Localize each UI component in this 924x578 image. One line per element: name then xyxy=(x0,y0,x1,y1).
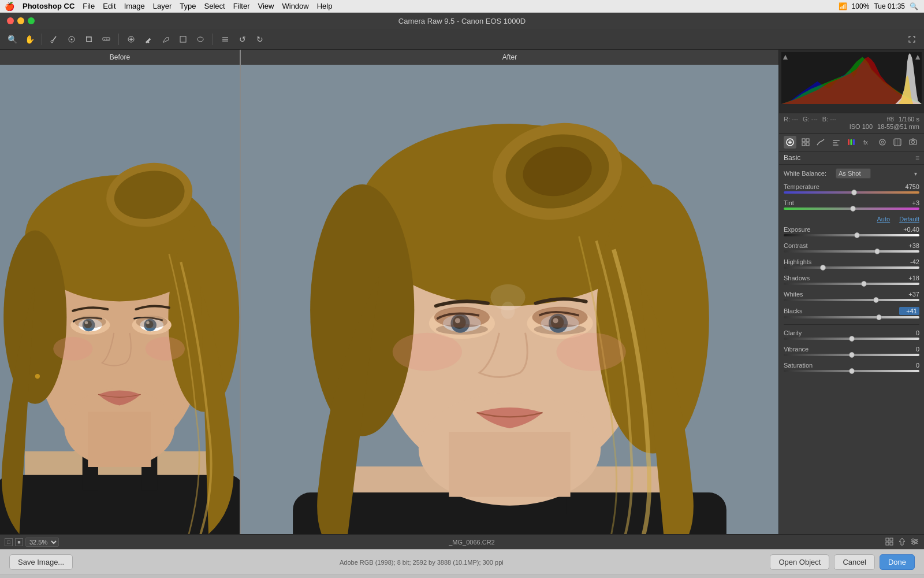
adjustment-list[interactable] xyxy=(218,32,233,47)
vibrance-track[interactable] xyxy=(784,354,919,356)
highlights-thumb[interactable] xyxy=(820,265,826,271)
maximize-button[interactable] xyxy=(28,17,35,24)
preferences-icon[interactable] xyxy=(910,537,919,547)
camera-calibration-icon[interactable] xyxy=(907,136,919,149)
crop-tool[interactable] xyxy=(81,32,96,47)
contrast-track[interactable] xyxy=(784,250,919,253)
temperature-track[interactable] xyxy=(784,191,919,194)
sliders-area[interactable]: White Balance: As Shot Temperature 4750 xyxy=(779,165,924,534)
svg-point-101 xyxy=(911,141,914,144)
basic-tool-icon[interactable] xyxy=(784,136,796,149)
before-label[interactable]: Before xyxy=(0,50,240,65)
pen-tool[interactable] xyxy=(158,32,173,47)
curve-tool-icon[interactable] xyxy=(814,136,827,149)
menu-help[interactable]: Help xyxy=(317,2,333,10)
menu-view[interactable]: View xyxy=(258,2,274,10)
svg-point-77 xyxy=(436,324,488,335)
aperture-value: f/8 xyxy=(887,116,894,123)
straighten-tool[interactable] xyxy=(99,32,114,47)
whites-track[interactable] xyxy=(784,299,919,301)
menu-window[interactable]: Window xyxy=(282,2,308,10)
lens-value: 18-55@51 mm xyxy=(877,123,919,130)
saturation-track[interactable] xyxy=(784,370,919,372)
temperature-value: 4750 xyxy=(899,183,919,190)
temperature-label: Temperature xyxy=(784,183,819,190)
default-btn[interactable]: Default xyxy=(899,216,919,223)
open-object-button[interactable]: Open Object xyxy=(770,554,829,570)
svg-rect-84 xyxy=(806,139,809,142)
target-tool[interactable] xyxy=(64,32,79,47)
blacks-thumb[interactable] xyxy=(876,314,882,320)
tint-track[interactable] xyxy=(784,208,919,210)
histogram-right-arrow[interactable]: ▲ xyxy=(914,52,922,61)
b-label: B: xyxy=(822,116,828,123)
wb-select[interactable]: As Shot xyxy=(836,168,871,179)
highlights-track[interactable] xyxy=(784,266,919,269)
rotate-ccw[interactable]: ↺ xyxy=(235,32,250,47)
tint-thumb[interactable] xyxy=(850,206,856,212)
menu-bar: 🍎 Photoshop CC File Edit Image Layer Typ… xyxy=(0,0,924,13)
hsl-tool-icon[interactable] xyxy=(845,136,858,149)
close-button[interactable] xyxy=(7,17,14,24)
g-label: G: xyxy=(803,116,810,123)
minimize-button[interactable] xyxy=(17,17,24,24)
after-label[interactable]: After xyxy=(241,50,778,65)
workflow-icon[interactable] xyxy=(885,537,894,547)
zoom-tool[interactable]: 🔍 xyxy=(5,32,20,47)
contrast-thumb[interactable] xyxy=(874,249,880,254)
apple-menu[interactable]: 🍎 xyxy=(5,2,14,11)
hand-tool[interactable]: ✋ xyxy=(22,32,37,47)
whites-thumb[interactable] xyxy=(873,297,879,303)
fill-screen[interactable]: ■ xyxy=(15,538,23,546)
menu-file[interactable]: File xyxy=(83,2,95,10)
svg-rect-89 xyxy=(833,144,839,146)
zoom-select[interactable]: 32.5% xyxy=(25,538,59,547)
done-button[interactable]: Done xyxy=(880,554,915,570)
exposure-value: +0.40 xyxy=(899,226,919,233)
blacks-track[interactable] xyxy=(784,316,919,318)
menu-select[interactable]: Select xyxy=(204,2,225,10)
canvas-area[interactable]: Before After xyxy=(0,50,778,534)
gradient-tool[interactable] xyxy=(176,32,191,47)
exposure-thumb[interactable] xyxy=(854,232,860,238)
before-after-bar: Before After xyxy=(0,50,778,65)
ellipse-tool[interactable] xyxy=(193,32,208,47)
wb-select-wrapper[interactable]: As Shot xyxy=(836,168,919,179)
svg-point-46 xyxy=(35,374,40,379)
auto-btn[interactable]: Auto xyxy=(877,216,891,223)
fit-to-screen[interactable]: □ xyxy=(5,538,13,546)
vibrance-thumb[interactable] xyxy=(849,352,855,358)
rotate-cw[interactable]: ↻ xyxy=(252,32,267,47)
search-icon[interactable]: 🔍 xyxy=(910,2,918,10)
healing-tool[interactable] xyxy=(124,32,139,47)
panel-menu-icon[interactable]: ≡ xyxy=(915,154,919,162)
details-tool-icon[interactable] xyxy=(830,136,843,149)
shadows-track[interactable] xyxy=(784,283,919,285)
eyedropper-tool[interactable] xyxy=(47,32,62,47)
split-toning-icon[interactable]: fx xyxy=(860,136,873,149)
menu-image[interactable]: Image xyxy=(124,2,145,10)
menu-photoshop[interactable]: Photoshop CC xyxy=(23,2,74,10)
menu-type[interactable]: Type xyxy=(180,2,196,10)
tool-separator-1 xyxy=(42,34,42,45)
menu-edit[interactable]: Edit xyxy=(103,2,116,10)
grid-tool-icon[interactable] xyxy=(799,136,812,149)
menu-layer[interactable]: Layer xyxy=(153,2,172,10)
histogram-left-arrow[interactable]: ▲ xyxy=(781,52,789,61)
shadows-thumb[interactable] xyxy=(861,281,867,287)
clarity-thumb[interactable] xyxy=(849,336,855,342)
saturation-thumb[interactable] xyxy=(849,368,855,374)
save-image-button[interactable]: Save Image... xyxy=(9,554,73,570)
clarity-track[interactable] xyxy=(784,338,919,340)
menu-filter[interactable]: Filter xyxy=(233,2,250,10)
cancel-button[interactable]: Cancel xyxy=(834,554,874,570)
lens-correction-icon[interactable] xyxy=(876,136,889,149)
save-settings-icon[interactable] xyxy=(897,537,907,547)
exposure-track[interactable] xyxy=(784,234,919,236)
fullscreen-btn[interactable] xyxy=(904,32,919,47)
brush-tool[interactable] xyxy=(141,32,156,47)
temperature-thumb[interactable] xyxy=(851,190,857,195)
contrast-label: Contrast xyxy=(784,242,808,249)
effects-icon[interactable] xyxy=(891,136,904,149)
before-image-panel xyxy=(0,65,241,534)
